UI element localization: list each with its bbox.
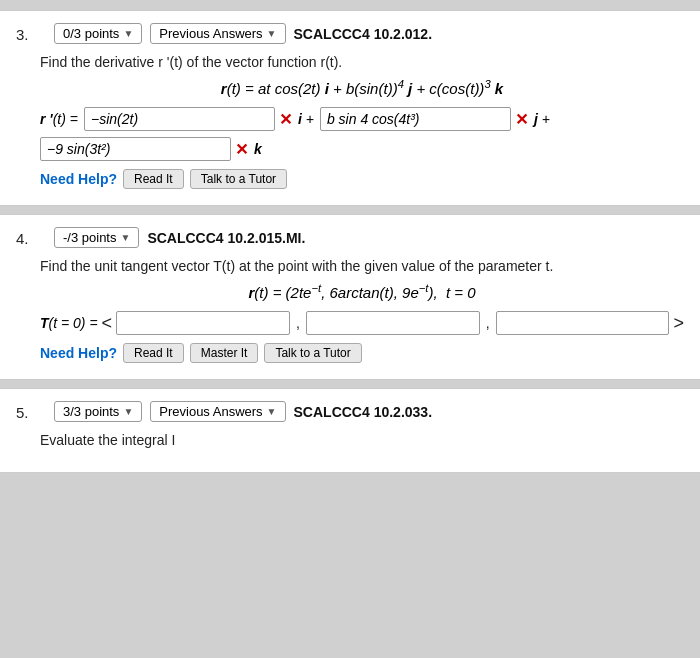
problem-id-4: SCALCCC4 10.2.015.MI.	[147, 230, 305, 246]
answer-input-4b[interactable]	[306, 311, 480, 335]
chevron-down-icon-5: ▼	[123, 406, 133, 417]
problem-id-5: SCALCCC4 10.2.033.	[294, 404, 433, 420]
answer-input-3c[interactable]	[40, 137, 231, 161]
right-angle-bracket: >	[673, 313, 684, 334]
answer-input-4c[interactable]	[496, 311, 670, 335]
previous-answers-button-3[interactable]: Previous Answers ▼	[150, 23, 285, 44]
points-label-3: 0/3 points	[63, 26, 119, 41]
need-help-row-4: Need Help? Read It Master It Talk to a T…	[40, 343, 684, 363]
read-it-button-4[interactable]: Read It	[123, 343, 184, 363]
cross-mark-3a: ✕	[279, 110, 292, 129]
chevron-down-icon-4: ▼	[120, 232, 130, 243]
problem-3-answer-row: r '(t) = ✕ i + ✕ j + ✕ k	[40, 107, 684, 161]
need-help-label-3: Need Help?	[40, 171, 117, 187]
answer-label-3: r '(t) =	[40, 111, 78, 127]
answer-group-3b: ✕	[320, 107, 528, 131]
problem-4-math: r(t) = (2te−t, 6arctan(t), 9e−t), t = 0	[40, 282, 684, 301]
points-badge-4[interactable]: -/3 points ▼	[54, 227, 139, 248]
chevron-down-icon-prev3: ▼	[267, 28, 277, 39]
points-badge-5[interactable]: 3/3 points ▼	[54, 401, 142, 422]
points-label-5: 3/3 points	[63, 404, 119, 419]
problem-3-number: 3.	[16, 24, 46, 43]
points-badge-3[interactable]: 0/3 points ▼	[54, 23, 142, 44]
problem-id-3: SCALCCC4 10.2.012.	[294, 26, 433, 42]
left-angle-bracket: <	[102, 313, 113, 334]
points-label-4: -/3 points	[63, 230, 116, 245]
previous-answers-button-5[interactable]: Previous Answers ▼	[150, 401, 285, 422]
answer-group-3c: ✕	[40, 137, 248, 161]
problem-5-description: Evaluate the integral I	[40, 432, 684, 448]
separator-4a: ,	[294, 315, 302, 331]
problem-4-description: Find the unit tangent vector T(t) at the…	[40, 258, 684, 274]
master-it-button-4[interactable]: Master It	[190, 343, 259, 363]
separator-4b: ,	[484, 315, 492, 331]
chevron-down-icon-prev5: ▼	[267, 406, 277, 417]
problem-3-body: Find the derivative r '(t) of the vector…	[40, 54, 684, 189]
read-it-button-3[interactable]: Read It	[123, 169, 184, 189]
problem-3-math: r(t) = at cos(2t) i + b(sin(t))4 j + c(c…	[40, 78, 684, 97]
answer-input-4a[interactable]	[116, 311, 290, 335]
problem-4-body: Find the unit tangent vector T(t) at the…	[40, 258, 684, 363]
talk-to-tutor-button-4[interactable]: Talk to a Tutor	[264, 343, 361, 363]
chevron-down-icon-3: ▼	[123, 28, 133, 39]
problem-4: 4. -/3 points ▼ SCALCCC4 10.2.015.MI. Fi…	[0, 214, 700, 380]
answer-input-3b[interactable]	[320, 107, 511, 131]
answer-input-3a[interactable]	[84, 107, 275, 131]
answer-group-3a: ✕	[84, 107, 292, 131]
problem-3: 3. 0/3 points ▼ Previous Answers ▼ SCALC…	[0, 10, 700, 206]
cross-mark-3b: ✕	[515, 110, 528, 129]
need-help-label-4: Need Help?	[40, 345, 117, 361]
answer-label-4: T(t = 0) =	[40, 315, 98, 331]
problem-4-answer-row: T(t = 0) = < , , >	[40, 311, 684, 335]
cross-mark-3c: ✕	[235, 140, 248, 159]
problem-3-description: Find the derivative r '(t) of the vector…	[40, 54, 684, 70]
problem-5-number: 5.	[16, 402, 46, 421]
problem-5: 5. 3/3 points ▼ Previous Answers ▼ SCALC…	[0, 388, 700, 473]
problem-4-number: 4.	[16, 228, 46, 247]
problem-5-body: Evaluate the integral I	[40, 432, 684, 448]
talk-to-tutor-button-3[interactable]: Talk to a Tutor	[190, 169, 287, 189]
need-help-row-3: Need Help? Read It Talk to a Tutor	[40, 169, 684, 189]
